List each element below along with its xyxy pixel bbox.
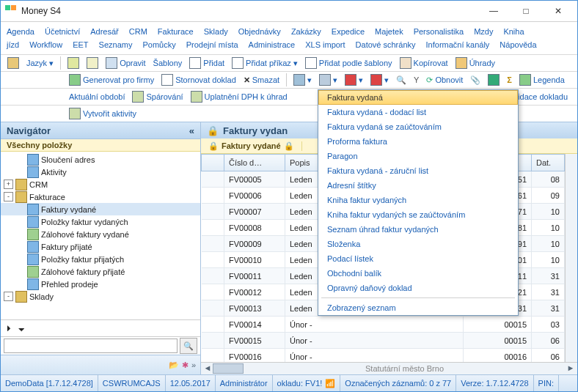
table-row[interactable]: FV00014Únor -0001503 — [202, 317, 565, 333]
obdobi-button[interactable]: Aktuální období — [67, 92, 127, 102]
popup-item[interactable]: Proforma faktura — [318, 134, 518, 149]
menu-eet[interactable]: EET — [73, 40, 88, 49]
menu-administrace[interactable]: Administrace — [249, 40, 296, 49]
menu-workflow[interactable]: Workflow — [29, 40, 62, 49]
popup-item[interactable]: Zobrazený seznam — [318, 300, 518, 315]
menu-mzdy[interactable]: Mzdy — [474, 27, 493, 36]
arrow-icon[interactable]: » — [191, 360, 196, 369]
generovat-button[interactable]: Generovat pro firmy — [67, 73, 156, 86]
popup-item[interactable]: Faktura vydaná - dodací list — [318, 105, 518, 119]
navigator-subheader[interactable]: Všechny položky — [1, 139, 200, 152]
pdf2-button[interactable]: ▾ — [368, 73, 391, 86]
navigator-tree[interactable]: Sloučení adresAktivity+CRM-FakturaceFakt… — [1, 152, 200, 319]
star-icon[interactable]: ✱ — [182, 360, 189, 370]
tab-faktury-vydane[interactable]: 🔒 Faktury vydané 🔒 — [201, 141, 302, 151]
tree-node[interactable]: Zálohové faktury vydané — [1, 228, 200, 240]
horizontal-scrollbar[interactable]: ◄ Statutární město Brno ► — [201, 362, 577, 374]
popup-item[interactable]: Seznam úhrad faktur vydaných — [318, 222, 518, 237]
table-row[interactable]: FV00016Únor -0001606 — [202, 349, 565, 363]
jazyk-dropdown[interactable]: Jazyk ▾ — [24, 58, 56, 69]
sheet-icon[interactable] — [84, 56, 100, 70]
pdf1-button[interactable]: ▾ — [343, 73, 365, 86]
popup-item[interactable]: Opravný daňový doklad — [318, 281, 518, 295]
legenda-button[interactable]: Legenda — [517, 73, 567, 86]
print-split-button[interactable]: ▾ — [291, 73, 314, 86]
tree-tool-icon[interactable]: 🞃 — [18, 324, 26, 333]
tree-toggle-icon[interactable]: - — [4, 292, 13, 301]
popup-item[interactable]: Faktura vydaná se zaúčtováním — [318, 119, 518, 134]
popup-item[interactable]: Obchodní balík — [318, 266, 518, 281]
menu-agenda[interactable]: Agenda — [7, 27, 34, 36]
uhrady-button[interactable]: Úhrady — [453, 56, 497, 70]
attach-icon[interactable]: 📎 — [468, 75, 483, 86]
popup-item[interactable]: Kniha faktur vydaných — [318, 193, 518, 207]
tree-node[interactable]: Položky faktur vydaných — [1, 215, 200, 228]
table-row[interactable]: FV00015Únor -0001506 — [202, 333, 565, 349]
close-button[interactable]: ✕ — [544, 3, 573, 19]
tree-node[interactable]: Sloučení adres — [1, 153, 200, 166]
scroll-thumb[interactable] — [213, 363, 244, 374]
popup-item[interactable]: Faktura vydaná - záruční list — [318, 163, 518, 178]
preview-button[interactable]: ▾ — [317, 73, 340, 86]
scroll-right-icon[interactable]: ► — [566, 363, 576, 374]
menu-xls import[interactable]: XLS import — [305, 40, 345, 49]
popup-item[interactable]: Kniha faktur vydaných se zaúčtováním — [318, 207, 518, 222]
xls-icon[interactable] — [486, 73, 502, 86]
tree-node[interactable]: -Fakturace — [1, 191, 200, 203]
scroll-left-icon[interactable]: ◄ — [202, 363, 213, 374]
rss-icon[interactable]: 📶 — [325, 379, 335, 388]
column-header[interactable]: Číslo d… — [224, 155, 285, 171]
menu-informační kanály[interactable]: Informační kanály — [426, 40, 490, 49]
tree-node[interactable]: +CRM — [1, 178, 200, 191]
tree-node[interactable]: -Sklady — [1, 290, 200, 303]
sum-icon[interactable]: Σ — [505, 75, 514, 85]
tree-node[interactable]: Zálohové faktury přijaté — [1, 265, 200, 278]
popup-item[interactable]: Složenka — [318, 237, 518, 251]
tree-node[interactable]: Faktury přijaté — [1, 240, 200, 253]
menu-datové schránky[interactable]: Datové schránky — [356, 40, 416, 49]
menu-nápověda[interactable]: Nápověda — [500, 40, 536, 49]
pridat-sablona-button[interactable]: Přidat podle šablony — [303, 56, 395, 70]
popup-item[interactable]: Podací lístek — [318, 251, 518, 266]
pridat-prikaz-button[interactable]: Přidat příkaz ▾ — [230, 56, 300, 70]
column-header[interactable] — [202, 155, 224, 171]
pridat-button[interactable]: Přidat — [187, 56, 227, 70]
minimize-button[interactable]: — — [479, 3, 508, 19]
search-icon[interactable]: 🔍 — [394, 75, 409, 86]
dph-button[interactable]: Uplatnění DPH k úhrad — [189, 90, 290, 103]
navigator-collapse-button[interactable]: « — [189, 125, 194, 136]
menu-seznamy[interactable]: Seznamy — [99, 40, 133, 49]
tree-node[interactable]: Přehled prodeje — [1, 278, 200, 290]
menu-majetek[interactable]: Majetek — [375, 27, 403, 36]
menu-expedice[interactable]: Expedice — [332, 27, 365, 36]
tree-node[interactable]: Aktivity — [1, 166, 200, 178]
filter-icon[interactable]: Y — [411, 75, 421, 85]
maximize-button[interactable]: □ — [511, 3, 541, 19]
aktivity-button[interactable]: Vytvořit aktivity — [67, 107, 139, 120]
column-header[interactable]: Dat. — [532, 155, 565, 171]
menu-adresář[interactable]: Adresář — [90, 27, 119, 36]
menu-zakázky[interactable]: Zakázky — [291, 27, 321, 36]
obnovit-button[interactable]: ⟳Obnovit — [424, 75, 465, 86]
menu-prodejní místa[interactable]: Prodejní místa — [186, 40, 238, 49]
tree-expand-icon[interactable]: 🞂 — [5, 324, 13, 333]
book-icon[interactable] — [5, 56, 21, 70]
popup-item[interactable]: Faktura vydaná — [318, 90, 518, 105]
note-icon[interactable] — [65, 56, 81, 70]
menu-účetnictví[interactable]: Účetnictví — [45, 27, 80, 36]
menu-pomůcky[interactable]: Pomůcky — [142, 40, 175, 49]
navigator-search-button[interactable]: 🔍 — [180, 338, 197, 354]
menu-sklady[interactable]: Sklady — [204, 27, 228, 36]
kopirovat-button[interactable]: Kopírovat — [398, 56, 450, 70]
opravit-button[interactable]: Opravit — [103, 56, 147, 70]
folder-icon[interactable]: 📂 — [169, 360, 179, 370]
tree-node[interactable]: Položky faktur přijatých — [1, 253, 200, 265]
vertical-scrollbar[interactable] — [565, 154, 577, 362]
menu-personalistika[interactable]: Personalistika — [414, 27, 464, 36]
tree-node[interactable]: Faktury vydané — [1, 203, 200, 215]
menu-objednávky[interactable]: Objednávky — [238, 27, 281, 36]
stornovat-button[interactable]: Stornovat doklad — [159, 73, 238, 86]
sablony-button[interactable]: Šablony — [151, 58, 185, 68]
navigator-search-input[interactable] — [4, 339, 178, 353]
popup-item[interactable]: Adresní štítky — [318, 178, 518, 193]
